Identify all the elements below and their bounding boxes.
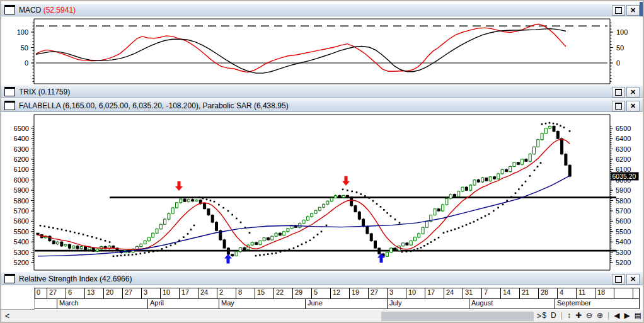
trix-panel-titlebar[interactable]: TRIX (0.11759) ✕ [1, 85, 643, 98]
maximize-button[interactable] [612, 101, 625, 111]
sar-dot [48, 226, 50, 228]
close-button[interactable]: ✕ [626, 5, 640, 16]
macd-panel-titlebar[interactable]: MACD (52.5941) ✕ [1, 3, 643, 16]
week-tick-label: 27 [49, 288, 57, 296]
price-chart-canvas[interactable]: 6500650064006400630063006200620061006100… [1, 113, 643, 271]
candle [152, 233, 154, 237]
price-ytick-right: 6500 [616, 125, 631, 132]
close-button[interactable]: ✕ [626, 101, 640, 111]
last-price-tag-label: 6035.20 [612, 173, 636, 180]
scrollbar-thumb[interactable] [381, 312, 534, 321]
sar-dot [271, 252, 273, 254]
scroll-left-button[interactable]: < [5, 312, 9, 320]
price-panel-titlebar[interactable]: FALABELLA (6,165.00, 6,025.00, 6,035.20,… [1, 99, 643, 112]
candle [80, 247, 83, 249]
sar-dot [214, 201, 216, 203]
month-label: August [471, 299, 493, 307]
price-ytick-right: 5600 [616, 217, 631, 225]
sar-dot [157, 250, 159, 252]
week-tick-label: 31 [465, 288, 473, 296]
refresh-data-icon[interactable]: $ [542, 311, 546, 320]
candle [84, 247, 87, 250]
scroll-right-button[interactable]: > [537, 312, 541, 320]
maximize-button[interactable] [612, 5, 625, 16]
sar-dot [297, 246, 299, 247]
sar-dot [549, 122, 551, 124]
candle [362, 219, 365, 226]
month-separator [555, 298, 555, 309]
week-separator [311, 288, 312, 298]
sar-dot [393, 248, 394, 250]
month-label: March [59, 299, 79, 307]
separator: | [561, 311, 563, 320]
candle [168, 213, 170, 219]
candle [96, 249, 99, 251]
price-ytick-left: 5900 [14, 186, 29, 194]
move-chart-icon[interactable]: ✚ [575, 311, 582, 320]
sar-dot [413, 249, 415, 251]
candle [414, 237, 417, 241]
sar-dot [100, 239, 102, 241]
week-tick-label: 7 [484, 288, 488, 296]
zoom-out-icon[interactable]: ⊖ [586, 311, 592, 320]
scroll-chart-right-icon[interactable]: ▶ [624, 311, 630, 320]
candle [568, 165, 571, 176]
candle [76, 246, 79, 249]
candle [37, 233, 39, 234]
candle [386, 252, 388, 257]
sar-dot [69, 230, 71, 232]
sar-dot [313, 237, 315, 239]
sar-dot [326, 225, 328, 227]
sar-dot [540, 162, 542, 164]
horizontal-scrollbar[interactable]: < > $D|↕✚⊖⊕|◀▶▤ [1, 310, 643, 323]
price-ytick-right: 6400 [616, 135, 631, 142]
close-icon: ✕ [630, 6, 636, 14]
vertical-scale-icon[interactable]: ↕ [567, 311, 571, 320]
sar-dot [560, 125, 561, 127]
sar-dot [275, 252, 277, 254]
candle [211, 215, 214, 222]
zoom-in-icon[interactable]: ⊕ [597, 311, 603, 320]
price-ytick-right: 5800 [616, 197, 631, 205]
sar-dot [231, 214, 233, 216]
sar-dot [259, 254, 261, 256]
sar-dot [135, 254, 137, 256]
candle [223, 240, 226, 248]
sar-dot [317, 234, 319, 235]
sar-dot [556, 123, 558, 125]
periodicity-daily-icon[interactable]: D [551, 311, 556, 320]
data-window-icon[interactable]: ▤ [635, 311, 641, 320]
week-separator [633, 288, 633, 298]
price-chart[interactable]: 6500650064006400630063006200620061006100… [1, 113, 643, 271]
sar-dot [263, 254, 265, 256]
week-separator [103, 288, 104, 298]
price-ytick-left: 5700 [14, 207, 29, 215]
candle [446, 198, 448, 205]
candle [465, 187, 468, 190]
sar-dot [510, 196, 512, 198]
scroll-chart-left-icon[interactable]: ◀ [614, 311, 619, 320]
maximize-button[interactable] [612, 274, 625, 285]
macd-chart[interactable]: 100100505000 [1, 16, 643, 84]
rsi-panel-titlebar[interactable]: Relative Strength Index (42.6966) ✕ [1, 272, 643, 285]
week-separator [141, 288, 142, 298]
candle [187, 200, 190, 201]
macd-chart-canvas[interactable]: 100100505000 [1, 16, 643, 84]
sar-dot [161, 248, 163, 250]
price-ytick-left: 5500 [14, 228, 29, 235]
candle [251, 242, 253, 245]
sar-dot [227, 210, 229, 212]
sar-dot [124, 254, 126, 256]
window-restore-icon [4, 87, 15, 96]
price-ytick-right: 5900 [616, 186, 631, 194]
sar-dot [301, 244, 303, 246]
price-ytick-left: 5400 [14, 238, 29, 246]
close-button[interactable]: ✕ [626, 274, 640, 285]
sar-dot [430, 241, 432, 243]
candle [366, 227, 369, 234]
maximize-button[interactable] [612, 87, 625, 98]
close-button[interactable]: ✕ [626, 87, 640, 98]
chart-toolbar: $D|↕✚⊖⊕|◀▶▤ [542, 311, 641, 320]
price-ytick-left: 6200 [14, 156, 29, 163]
month-separator [147, 298, 148, 309]
